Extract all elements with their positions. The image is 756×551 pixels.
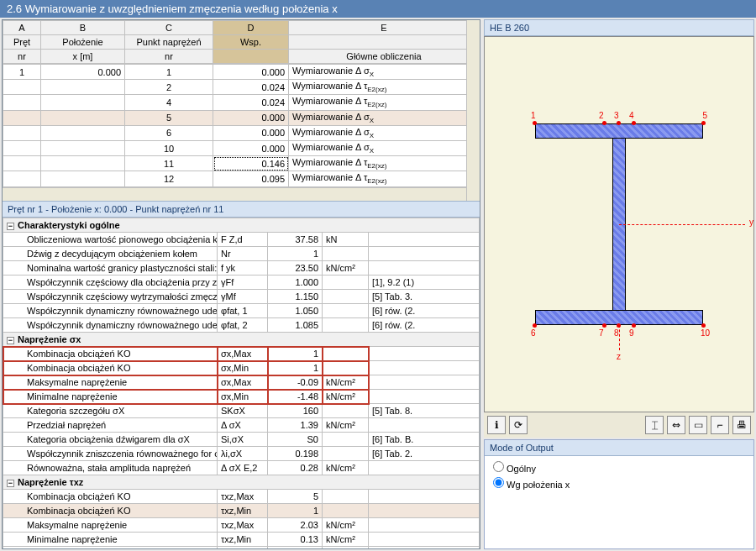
- mode-opt-byx[interactable]: Wg położenia x: [493, 477, 745, 490]
- detail-row[interactable]: Nominalna wartość granicy plastyczności …: [3, 261, 480, 276]
- col-e[interactable]: E: [289, 21, 480, 35]
- table-row[interactable]: 50.000Wymiarowanie Δ σX: [3, 110, 480, 125]
- collapse-icon[interactable]: −: [7, 480, 14, 487]
- collapse-icon[interactable]: −: [7, 337, 14, 344]
- section-viewer[interactable]: 1 2 3 4 5 6 7 8 9 10 y z: [484, 36, 754, 412]
- info-icon[interactable]: ℹ: [487, 416, 506, 434]
- h-scrollbar[interactable]: [3, 187, 480, 201]
- detail-row[interactable]: Minimalne naprężenieσx,Min-1.48kN/cm²: [3, 390, 480, 404]
- table-row[interactable]: 120.095Wymiarowanie Δ τE2(xz): [3, 171, 480, 186]
- detail-row[interactable]: Współczynnik dynamiczny równoważnego ude…: [3, 318, 480, 333]
- detail-row[interactable]: Współczynnik zniszczenia równoważnego fo…: [3, 447, 480, 461]
- detail-grid[interactable]: −Charakterystyki ogólneObliczeniowa wart…: [3, 218, 480, 548]
- detail-row[interactable]: Równoważna, stała amplituda naprężeńΔ σX…: [3, 461, 480, 475]
- collapse-icon[interactable]: −: [7, 223, 14, 230]
- detail-row[interactable]: Minimalne naprężenieτxz,Min0.13kN/cm²: [3, 533, 480, 547]
- table-row[interactable]: 60.000Wymiarowanie Δ σX: [3, 125, 480, 140]
- detail-row[interactable]: Kombinacja obciążeń KOσx,Max1: [3, 347, 480, 361]
- table-row[interactable]: 40.024Wymiarowanie Δ τE2(xz): [3, 95, 480, 110]
- table-row[interactable]: 110.146Wymiarowanie Δ τE2(xz): [3, 156, 480, 171]
- mode-opt-general[interactable]: Ogólny: [493, 461, 745, 474]
- upper-grid[interactable]: A B C D E Pręt Położenie Punkt naprężeń …: [3, 20, 480, 201]
- detail-row[interactable]: Maksymalne naprężenieσx,Max-0.09kN/cm²: [3, 375, 480, 390]
- col-a[interactable]: A: [3, 21, 41, 35]
- detail-row[interactable]: Kombinacja obciążeń KOσx,Min1: [3, 361, 480, 375]
- detail-header: Pręt nr 1 - Położenie x: 0.000 - Punkt n…: [3, 201, 480, 218]
- detail-row[interactable]: Przedział naprężeńΔ σX1.39kN/cm²: [3, 418, 480, 433]
- col-d[interactable]: D: [213, 21, 289, 35]
- col-c[interactable]: C: [125, 21, 213, 35]
- table-row[interactable]: 20.024Wymiarowanie Δ τE2(xz): [3, 80, 480, 95]
- i-beam-shape: 1 2 3 4 5 6 7 8 9 10 y z: [535, 123, 703, 325]
- profile-title: HE B 260: [484, 19, 754, 36]
- detail-row[interactable]: Dźwig z decydującym obciążeniem kołemNr1: [3, 247, 480, 261]
- detail-row[interactable]: Amplituda naprężenia τxzΔ τxz1.89kN/cm²: [3, 547, 480, 549]
- detail-row[interactable]: Kategoria szczegółu σXSKσX160[5] Tab. 8.: [3, 404, 480, 418]
- refresh-icon[interactable]: ⟳: [509, 416, 528, 434]
- page-title: 2.6 Wymiarowanie z uwzględnieniem zmęcze…: [0, 0, 756, 18]
- right-pane: HE B 260 1 2 3 4 5 6 7 8 9 10 y z: [484, 19, 754, 549]
- v-scrollbar[interactable]: [466, 20, 480, 201]
- mode-box: Mode of Output Ogólny Wg położenia x: [484, 439, 754, 549]
- detail-row[interactable]: Kategoria obciążenia dźwigarem dla σXSi,…: [3, 433, 480, 447]
- values-icon[interactable]: ▭: [689, 416, 707, 434]
- table-row[interactable]: 10.00010.000Wymiarowanie Δ σX: [3, 65, 480, 80]
- col-b[interactable]: B: [41, 21, 125, 35]
- detail-row[interactable]: Maksymalne naprężenieτxz,Max2.03kN/cm²: [3, 518, 480, 533]
- detail-row[interactable]: Kombinacja obciążeń KOτxz,Min1: [3, 504, 480, 518]
- print-icon[interactable]: 🖶: [732, 416, 751, 434]
- detail-row[interactable]: Kombinacja obciążeń KOτxz,Max5: [3, 490, 480, 504]
- section-icon[interactable]: ⌶: [645, 416, 664, 434]
- detail-row[interactable]: Współczynnik dynamiczny równoważnego ude…: [3, 304, 480, 318]
- detail-row[interactable]: Obliczeniowa wartość pionowego obciążeni…: [3, 233, 480, 247]
- viewer-toolbar: ℹ ⟳ ⌶ ⇔ ▭ ⌐ 🖶: [484, 412, 754, 438]
- table-row[interactable]: 100.000Wymiarowanie Δ σX: [3, 140, 480, 155]
- left-pane: A B C D E Pręt Położenie Punkt naprężeń …: [2, 19, 480, 549]
- axes-icon[interactable]: ⌐: [711, 416, 729, 434]
- detail-row[interactable]: Współczynnik częściowy wytrzymałości zmę…: [3, 290, 480, 304]
- dim-icon[interactable]: ⇔: [667, 416, 685, 434]
- detail-row[interactable]: Współczynnik częściowy dla obciążenia pr…: [3, 276, 480, 290]
- mode-title: Mode of Output: [485, 440, 753, 456]
